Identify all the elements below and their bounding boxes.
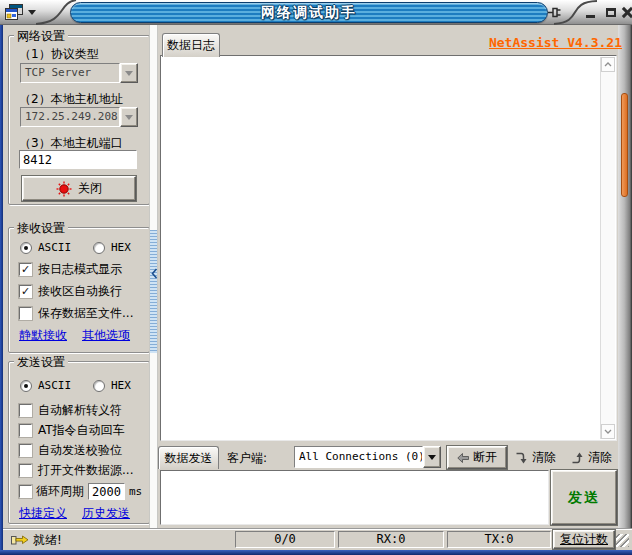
protocol-label: （1）协议类型 [19, 46, 99, 63]
send-ascii-radio[interactable] [20, 380, 32, 392]
close-connection-button[interactable]: 关闭 [22, 176, 136, 201]
menu-caret-icon[interactable] [28, 10, 36, 19]
tab-data-send-label: 数据发送 [165, 451, 213, 465]
data-log-area[interactable] [160, 55, 617, 441]
auto-wrap-checkbox[interactable]: ✓ [19, 285, 32, 298]
host-select[interactable]: 172.25.249.208 [20, 107, 138, 127]
recv-ascii-label: ASCII [38, 241, 71, 254]
collapse-left-icon[interactable] [151, 268, 158, 279]
cycle-send-checkbox[interactable] [19, 485, 32, 498]
dropdown-arrow-icon [125, 71, 133, 80]
status-ready-text: 就绪! [33, 532, 62, 549]
save-to-file-checkbox[interactable] [19, 307, 32, 320]
client-select[interactable]: All Connections (0) [294, 446, 441, 468]
version-link[interactable]: NetAssist V4.3.21 [489, 35, 622, 50]
cycle-period-input[interactable] [88, 483, 125, 500]
protocol-select[interactable]: TCP Server [20, 63, 138, 83]
app-icon[interactable] [5, 4, 23, 20]
recv-hex-radio[interactable] [93, 242, 105, 254]
chevron-up-icon [604, 62, 612, 67]
send-input[interactable] [160, 470, 549, 525]
escape-parse-checkbox[interactable] [19, 404, 32, 417]
resize-grip[interactable] [616, 534, 629, 547]
status-tx-counter: TX:0 [447, 531, 551, 548]
other-options-link[interactable]: 其他选项 [82, 327, 130, 344]
reset-count-button[interactable]: 复位计数 [553, 530, 615, 549]
title-bar: 网络调试助手 [0, 0, 632, 25]
close-connection-label: 关闭 [78, 180, 102, 197]
at-cr-label: AT指令自动回车 [38, 422, 125, 439]
client-value: All Connections (0) [294, 446, 423, 468]
receive-settings-title: 接收设置 [14, 220, 68, 237]
frame-scroll-thumb[interactable] [621, 93, 628, 197]
title-capsule: 网络调试助手 [70, 2, 548, 23]
file-source-checkbox[interactable] [19, 464, 32, 477]
status-bar: 就绪! 0/0 RX:0 TX:0 复位计数 [3, 528, 632, 550]
close-button[interactable] [620, 5, 632, 20]
scroll-up-button[interactable] [601, 57, 615, 72]
clear-receive-label: 清除 [532, 449, 556, 466]
log-mode-label: 按日志模式显示 [38, 261, 122, 278]
send-button[interactable]: 发送 [551, 470, 617, 525]
tab-data-log-label: 数据日志 [167, 38, 215, 52]
send-settings-title: 发送设置 [14, 354, 68, 371]
dropdown-arrow-icon [125, 115, 133, 124]
chevron-down-icon [604, 429, 612, 434]
send-button-label: 发送 [568, 489, 600, 507]
window-title: 网络调试助手 [261, 4, 357, 22]
network-settings-title: 网络设置 [14, 28, 68, 45]
local-port-input[interactable] [19, 150, 137, 169]
disconnect-button[interactable]: 断开 [447, 446, 507, 469]
cycle-label: 循环周期 [36, 483, 84, 500]
disconnect-label: 断开 [473, 449, 497, 466]
recv-hex-label: HEX [111, 241, 131, 254]
file-source-label: 打开文件数据源... [38, 462, 133, 479]
check-icon: ✓ [21, 285, 30, 298]
tab-data-send[interactable]: 数据发送 [158, 446, 219, 469]
auto-checksum-checkbox[interactable] [19, 444, 32, 457]
client-label: 客户端: [227, 450, 267, 467]
arrow-left-icon [457, 453, 469, 463]
minimize-button[interactable] [583, 5, 598, 20]
network-settings-group: 网络设置 （1）协议类型 TCP Server （2）本地主机地址 172.25… [8, 35, 150, 205]
protocol-dropdown-button[interactable] [120, 63, 138, 83]
silent-receive-link[interactable]: 静默接收 [19, 327, 67, 344]
scroll-down-button[interactable] [601, 424, 615, 439]
client-dropdown-button[interactable] [423, 446, 441, 468]
history-send-link[interactable]: 历史发送 [82, 505, 130, 522]
led-icon [56, 181, 72, 197]
maximize-button[interactable] [603, 5, 618, 20]
arrow-curve-down-icon [514, 451, 528, 465]
send-ascii-label: ASCII [38, 379, 71, 392]
host-value: 172.25.249.208 [20, 107, 120, 127]
log-mode-checkbox[interactable]: ✓ [19, 263, 32, 276]
auto-checksum-label: 自动发送校验位 [38, 442, 122, 459]
receive-settings-group: 接收设置 ASCII HEX ✓ 按日志模式显示 ✓ 接收区自动换行 保存数据至… [8, 227, 150, 353]
recv-ascii-radio[interactable] [20, 242, 32, 254]
quick-define-link[interactable]: 快捷定义 [19, 505, 67, 522]
log-scrollbar[interactable] [600, 57, 615, 439]
auto-wrap-label: 接收区自动换行 [38, 283, 122, 300]
status-rx-counter: RX:0 [338, 531, 444, 548]
arrow-curve-up-icon [570, 451, 584, 465]
reset-count-label: 复位计数 [560, 531, 608, 548]
pin-icon[interactable] [547, 5, 562, 20]
clear-send-label: 清除 [588, 449, 612, 466]
tab-data-log[interactable]: 数据日志 [162, 33, 220, 57]
clear-receive-button[interactable]: 清除 [514, 449, 556, 466]
splitter-grip-texture [150, 230, 157, 353]
at-cr-checkbox[interactable] [19, 424, 32, 437]
host-dropdown-button[interactable] [120, 107, 138, 127]
send-hex-label: HEX [111, 379, 131, 392]
clear-send-button[interactable]: 清除 [570, 449, 612, 466]
save-to-file-label: 保存数据至文件... [38, 305, 133, 322]
status-packet-counter: 0/0 [235, 531, 335, 548]
panel-splitter[interactable] [149, 25, 158, 528]
maximize-icon [606, 8, 616, 17]
minimize-icon [586, 15, 595, 18]
send-hex-radio[interactable] [93, 380, 105, 392]
host-label: （2）本地主机地址 [19, 91, 123, 108]
protocol-value: TCP Server [20, 63, 120, 83]
dropdown-arrow-icon [428, 455, 436, 464]
send-settings-group: 发送设置 ASCII HEX 自动解析转义符 AT指令自动回车 自动发送校验位 … [8, 361, 150, 524]
